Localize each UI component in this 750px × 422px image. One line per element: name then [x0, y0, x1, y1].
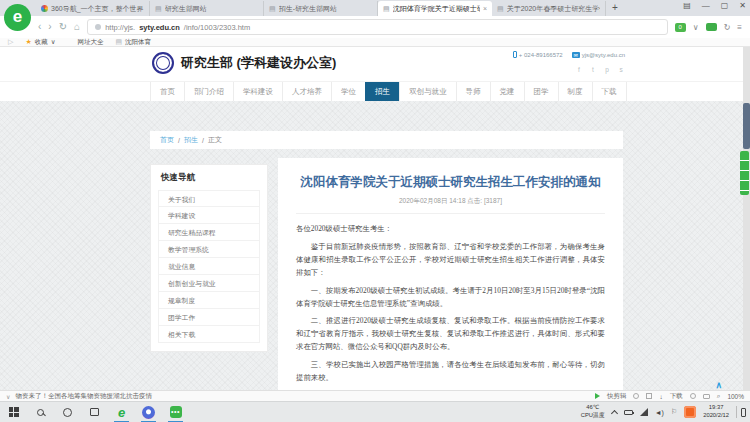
antivirus-tray-icon[interactable]	[684, 406, 696, 418]
task-view-button[interactable]	[81, 402, 108, 422]
nav-degree[interactable]: 学位	[331, 82, 365, 101]
new-tab-button[interactable]: +	[606, 1, 624, 16]
facebook-icon[interactable]: f	[575, 66, 583, 74]
sidebar-item-teaching-system[interactable]: 教学管理系统	[158, 241, 260, 258]
nav-league[interactable]: 团学	[524, 82, 558, 101]
hidden-icons-chevron-icon[interactable]	[611, 409, 618, 416]
sidebar-item-downloads[interactable]: 相关下载	[158, 326, 260, 343]
skype-icon[interactable]: s	[617, 66, 625, 74]
download-label[interactable]: 下载	[670, 392, 683, 401]
close-button[interactable]: ✕	[739, 1, 746, 10]
nav-innovation[interactable]: 双创与就业	[399, 82, 456, 101]
sidebar-item-league-work[interactable]: 团学工作	[158, 309, 260, 326]
sidebar-item-discipline[interactable]: 学科建设	[158, 207, 260, 224]
expand-bookmarks-icon[interactable]: ▷	[8, 38, 13, 46]
breadcrumb: 首页 / 招生 / 正文	[150, 131, 623, 149]
breadcrumb-home[interactable]: 首页	[160, 135, 174, 145]
browser-360-logo-icon[interactable]: e	[4, 4, 31, 31]
tab-admissions[interactable]: ▤ 招生-研究生部网站	[264, 1, 378, 16]
taskbar-search-button[interactable]	[27, 402, 54, 422]
back-to-top-icon[interactable]: ∧	[715, 380, 722, 390]
cpu-temperature[interactable]: 46℃ CPU温度	[581, 404, 605, 419]
page-favicon-icon: ▤	[269, 5, 276, 13]
extensions-dropdown-icon[interactable]: ∨	[693, 23, 699, 32]
tab-grad-site[interactable]: ▤ 研究生部网站	[150, 1, 264, 16]
chat-app-icon: •••	[170, 406, 182, 418]
tab-degree-notice[interactable]: ▤ 关于2020年春季硕士研究生学位工	[492, 1, 606, 16]
ticker-chevron-icon[interactable]: ∨	[6, 393, 10, 400]
article-title: 沈阳体育学院关于近期硕士研究生招生工作安排的通知	[296, 173, 605, 192]
sidebar-item-innovation[interactable]: 创新创业与就业	[158, 275, 260, 292]
refresh-button[interactable]: ↻	[59, 22, 67, 32]
forward-button[interactable]: ›	[48, 22, 51, 32]
windows-taskbar: e ••• 46℃ CPU温度 ◄) ⚐ 19:37 2020/2/12	[0, 401, 750, 422]
taskbar-app-browser-e[interactable]: e	[108, 402, 135, 422]
email-contact[interactable]: ✉ yjs@syty.edu.cn	[572, 52, 625, 58]
pinterest-icon[interactable]: p	[603, 66, 611, 74]
bookmark-label: 网址大全	[77, 38, 103, 47]
note-icon[interactable]	[646, 393, 652, 399]
speaker-icon[interactable]: ◄)	[655, 409, 664, 416]
sidebar-item-courses[interactable]: 研究生精品课程	[158, 224, 260, 241]
nav-party[interactable]: 党建	[490, 82, 524, 101]
news-ticker[interactable]: 物资来了！全国各地筹集物资驰援湖北抗击疫情	[15, 392, 152, 401]
breadcrumb-section[interactable]: 招生	[184, 135, 198, 145]
back-button[interactable]: ‹	[38, 22, 41, 32]
taskbar-clock[interactable]: 19:37 2020/2/12	[703, 404, 729, 419]
star-icon: ★	[25, 38, 31, 46]
minimize-button[interactable]: —	[702, 1, 710, 10]
nav-admissions-active[interactable]: 招生	[365, 82, 399, 101]
tab-360-nav[interactable]: 360导航_一个主页，整个世界	[36, 1, 150, 16]
tab-label: 研究生部网站	[165, 4, 258, 14]
bookmark-page[interactable]: ▤ 沈阳体育	[115, 38, 151, 47]
proxy-icon[interactable]	[690, 393, 696, 399]
floating-sidebar-widget[interactable]	[740, 151, 749, 195]
phone-icon	[513, 51, 517, 58]
nav-home[interactable]: 首页	[150, 82, 184, 101]
menu-icon[interactable]: ≡	[737, 23, 742, 32]
scrollbar-thumb[interactable]	[743, 103, 750, 149]
history-icon[interactable]: ↻	[724, 23, 731, 32]
page-scrollbar[interactable]	[743, 47, 750, 390]
nav-training[interactable]: 人才培养	[282, 82, 331, 101]
site-info-icon[interactable]	[95, 24, 101, 30]
article-meta: 2020年02月08日 14:18 点击: [3187]	[296, 197, 605, 214]
adblock-badge-icon[interactable]: 0	[675, 23, 686, 32]
record-icon[interactable]	[633, 393, 639, 399]
social-links: f t p s	[575, 66, 625, 74]
sidebar-item-rules[interactable]: 规章制度	[158, 292, 260, 309]
quick-clip-label[interactable]: 快剪辑	[607, 392, 627, 401]
sidebar-item-employment-info[interactable]: 就业信息	[158, 258, 260, 275]
taskbar-app-chat[interactable]: •••	[162, 402, 189, 422]
screenshot-icon[interactable]	[706, 23, 717, 31]
tab-stack-icon[interactable]: ▤	[683, 1, 691, 10]
taskbar-app-360-browser[interactable]	[135, 402, 162, 422]
zoom-level[interactable]: 100%	[727, 393, 744, 400]
security-flag-icon[interactable]: ⚐	[671, 408, 677, 416]
clock-time: 19:37	[703, 404, 729, 412]
close-tab-icon[interactable]: ×	[483, 5, 487, 12]
network-icon[interactable]	[640, 408, 648, 416]
window-mode-icon[interactable]	[703, 394, 710, 399]
maximize-button[interactable]: ▢	[721, 1, 729, 10]
url-input[interactable]: http://yjs.syty.edu.cn/info/1003/2303.ht…	[87, 19, 668, 35]
nav-tutors[interactable]: 导师	[456, 82, 490, 101]
sidebar-item-about[interactable]: 关于我们	[158, 190, 260, 207]
tab-notice-active[interactable]: ▤ 沈阳体育学院关于近期硕士研究生 ×	[378, 1, 492, 16]
notification-center-button[interactable]	[736, 406, 746, 418]
nav-downloads[interactable]: 下载	[592, 82, 627, 101]
sidebar-list: 关于我们 学科建设 研究生精品课程 教学管理系统 就业信息 创新创业与就业 规章…	[158, 190, 260, 343]
home-button[interactable]: ⌂	[74, 22, 80, 32]
twitter-icon[interactable]: t	[589, 66, 597, 74]
windows-logo-icon	[9, 407, 19, 417]
favorites-button[interactable]: ★ 收藏 ∨	[25, 38, 55, 47]
start-button[interactable]	[0, 402, 27, 422]
bookmark-nav-site[interactable]: 网址大全	[67, 38, 103, 47]
site-header: 研究生部 (学科建设办公室) + 024-89166572 ✉ yjs@syty…	[0, 47, 743, 81]
cortana-button[interactable]	[54, 402, 81, 422]
site-brand[interactable]: 研究生部 (学科建设办公室)	[152, 52, 336, 74]
nav-about[interactable]: 部门介绍	[184, 82, 233, 101]
battery-icon[interactable]	[624, 410, 633, 415]
nav-rules[interactable]: 制度	[558, 82, 592, 101]
nav-discipline[interactable]: 学科建设	[233, 82, 282, 101]
